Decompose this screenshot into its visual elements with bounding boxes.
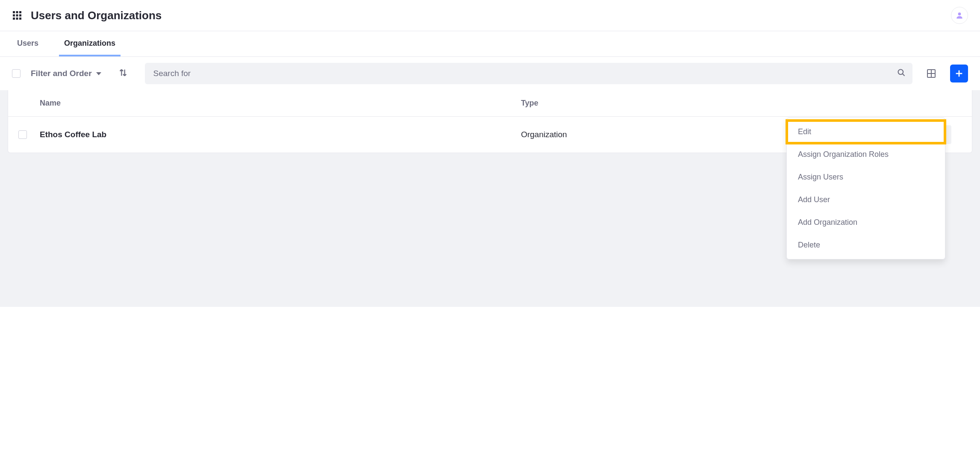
filter-order-dropdown[interactable]: Filter and Order xyxy=(28,69,104,78)
menu-item-assign-users[interactable]: Assign Users xyxy=(787,166,945,188)
row-actions-menu: Edit Assign Organization Roles Assign Us… xyxy=(786,118,945,259)
svg-rect-4 xyxy=(16,15,18,17)
svg-rect-8 xyxy=(19,18,21,20)
add-button[interactable] xyxy=(950,65,968,82)
caret-down-icon xyxy=(96,72,101,75)
svg-rect-3 xyxy=(13,15,15,17)
sort-direction-button[interactable] xyxy=(116,65,130,82)
menu-item-add-user[interactable]: Add User xyxy=(787,188,945,211)
user-avatar[interactable] xyxy=(951,7,968,24)
table-row[interactable]: Ethos Coffee Lab Organization Edit Assig… xyxy=(8,117,972,153)
svg-rect-7 xyxy=(16,18,18,20)
svg-rect-6 xyxy=(13,18,15,20)
menu-item-add-organization[interactable]: Add Organization xyxy=(787,211,945,234)
filter-order-label: Filter and Order xyxy=(31,69,92,78)
svg-point-9 xyxy=(958,12,961,15)
row-name[interactable]: Ethos Coffee Lab xyxy=(40,130,521,139)
menu-item-delete[interactable]: Delete xyxy=(787,234,945,256)
search-input[interactable] xyxy=(145,63,912,84)
header-left: Users and Organizations xyxy=(12,9,162,22)
column-header-name[interactable]: Name xyxy=(40,99,521,108)
organizations-table: Name Type Ethos Coffee Lab Organization xyxy=(8,90,972,153)
column-header-type[interactable]: Type xyxy=(521,99,936,108)
menu-item-edit[interactable]: Edit xyxy=(787,121,945,143)
page-title: Users and Organizations xyxy=(31,9,162,22)
svg-rect-0 xyxy=(13,11,15,13)
page-header: Users and Organizations xyxy=(0,0,980,31)
svg-rect-1 xyxy=(16,11,18,13)
tab-bar: Users Organizations xyxy=(0,31,980,57)
row-checkbox-wrap xyxy=(18,130,40,139)
search-field-wrap xyxy=(145,63,912,84)
tab-users[interactable]: Users xyxy=(12,31,44,56)
table-header-row: Name Type xyxy=(8,90,972,117)
content-area: Name Type Ethos Coffee Lab Organization xyxy=(0,90,980,307)
apps-grid-icon[interactable] xyxy=(12,10,22,21)
svg-line-11 xyxy=(903,74,905,76)
tab-organizations[interactable]: Organizations xyxy=(59,31,121,56)
svg-point-10 xyxy=(898,70,903,75)
menu-item-assign-roles[interactable]: Assign Organization Roles xyxy=(787,143,945,166)
view-toggle-button[interactable] xyxy=(923,65,940,82)
svg-rect-5 xyxy=(19,15,21,17)
svg-rect-2 xyxy=(19,11,21,13)
select-all-checkbox[interactable] xyxy=(12,69,21,78)
search-icon[interactable] xyxy=(897,68,906,79)
toolbar: Filter and Order xyxy=(0,57,980,90)
row-checkbox[interactable] xyxy=(18,130,27,139)
